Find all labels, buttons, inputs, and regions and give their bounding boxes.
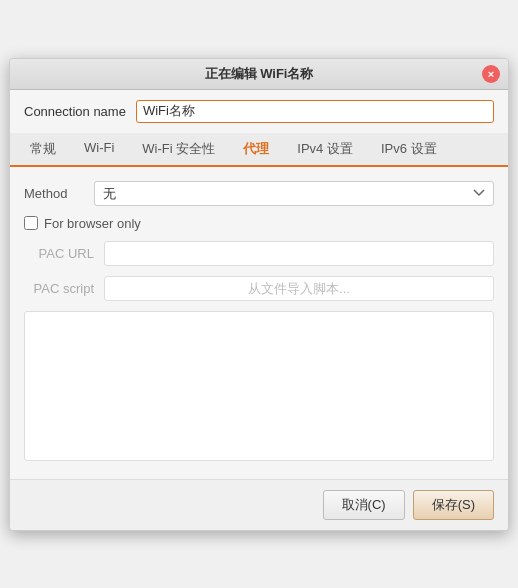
dialog-window: 正在编辑 WiFi名称 × Connection name 常规 Wi-Fi W… [9, 58, 509, 531]
browser-only-checkbox[interactable] [24, 216, 38, 230]
dialog-footer: 取消(C) 保存(S) [10, 479, 508, 530]
cancel-button[interactable]: 取消(C) [323, 490, 405, 520]
proxy-content: Method 无 自动 手动 For browser only PAC URL … [10, 167, 508, 479]
method-select[interactable]: 无 自动 手动 [94, 181, 494, 206]
save-button[interactable]: 保存(S) [413, 490, 494, 520]
pac-url-label: PAC URL [24, 246, 94, 261]
tab-wifi[interactable]: Wi-Fi [70, 133, 128, 167]
tab-wifi-security[interactable]: Wi-Fi 安全性 [128, 133, 229, 167]
method-row: Method 无 自动 手动 [24, 181, 494, 206]
tab-ipv4[interactable]: IPv4 设置 [283, 133, 367, 167]
pac-script-row: PAC script [24, 276, 494, 301]
tabs-bar: 常规 Wi-Fi Wi-Fi 安全性 代理 IPv4 设置 IPv6 设置 [10, 133, 508, 167]
browser-only-row: For browser only [24, 216, 494, 231]
connection-name-label: Connection name [24, 104, 126, 119]
close-button[interactable]: × [482, 65, 500, 83]
pac-script-label: PAC script [24, 281, 94, 296]
connection-name-input[interactable] [136, 100, 494, 123]
dialog-title: 正在编辑 WiFi名称 [205, 65, 314, 83]
pac-url-row: PAC URL [24, 241, 494, 266]
pac-script-input[interactable] [104, 276, 494, 301]
tab-general[interactable]: 常规 [16, 133, 70, 167]
browser-only-label[interactable]: For browser only [44, 216, 141, 231]
proxy-textarea-container [24, 311, 494, 461]
titlebar: 正在编辑 WiFi名称 × [10, 59, 508, 90]
pac-url-input[interactable] [104, 241, 494, 266]
tab-proxy[interactable]: 代理 [229, 133, 283, 167]
connection-name-row: Connection name [10, 90, 508, 133]
method-label: Method [24, 186, 84, 201]
tab-ipv6[interactable]: IPv6 设置 [367, 133, 451, 167]
